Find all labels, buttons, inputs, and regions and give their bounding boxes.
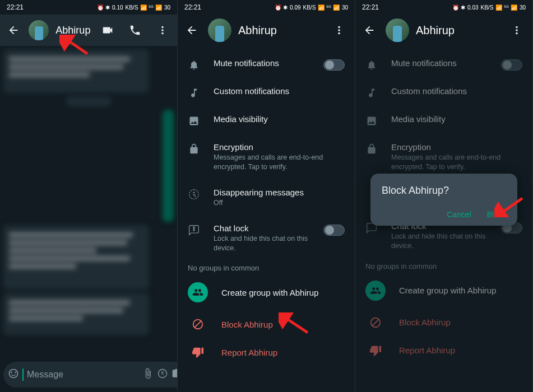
mute-notifications-row[interactable]: Mute notifications bbox=[178, 50, 355, 78]
bell-icon bbox=[365, 58, 378, 71]
contact-avatar[interactable] bbox=[386, 18, 409, 42]
group-icon bbox=[365, 281, 386, 301]
date-chip bbox=[66, 96, 111, 106]
message-incoming[interactable] bbox=[3, 49, 149, 93]
contact-name: Abhirup bbox=[416, 24, 499, 37]
compose-bar: ₹ bbox=[3, 362, 174, 388]
timer-icon bbox=[188, 188, 200, 200]
status-bar: 22:21 ⏰ ✱ 0.03 KB/S 📶 ⁵ᴳ 📶 30 bbox=[355, 0, 532, 15]
emoji-icon[interactable] bbox=[8, 368, 19, 381]
attach-icon[interactable] bbox=[142, 368, 154, 381]
rupee-icon[interactable]: ₹ bbox=[157, 368, 168, 381]
video-call-button[interactable] bbox=[97, 19, 118, 41]
music-note-icon bbox=[365, 86, 378, 99]
block-icon bbox=[192, 318, 204, 330]
dialog-title: Block Abhirup? bbox=[382, 185, 506, 197]
thumbs-down-icon bbox=[369, 344, 382, 357]
message-incoming[interactable] bbox=[3, 293, 149, 335]
chatlock-label: Chat lock bbox=[214, 223, 310, 233]
screen-contact-info: 22:21 ⏰ ✱ 0.09 KB/S 📶 ⁵ᴳ 📶 30 Abhirup Mu… bbox=[178, 0, 355, 392]
lock-icon bbox=[365, 142, 378, 155]
mute-label: Mute notifications bbox=[214, 58, 310, 68]
thumbs-down-icon bbox=[192, 346, 204, 358]
image-icon bbox=[188, 114, 200, 127]
chat-app-bar: Abhirup bbox=[0, 15, 177, 46]
chat-body[interactable] bbox=[0, 46, 177, 360]
custom-notifications-row: Custom notifications bbox=[355, 78, 532, 106]
chat-lock-row[interactable]: Chat lockLock and hide this chat on this… bbox=[178, 216, 355, 261]
status-time: 22:21 bbox=[362, 3, 379, 11]
disappearing-messages-row[interactable]: Disappearing messagesOff bbox=[178, 180, 355, 216]
back-button[interactable] bbox=[360, 19, 379, 41]
custom-label: Custom notifications bbox=[214, 86, 345, 96]
status-icons: ⏰ ✱ 0.03 KB/S 📶 ⁵ᴳ 📶 30 bbox=[452, 4, 526, 11]
voice-call-button[interactable] bbox=[124, 19, 145, 41]
music-note-icon bbox=[188, 86, 200, 99]
back-button[interactable] bbox=[4, 19, 22, 41]
message-outgoing[interactable] bbox=[163, 110, 174, 222]
status-bar: 22:21 ⏰ ✱ 0.09 KB/S 📶 ⁵ᴳ 📶 30 bbox=[178, 0, 355, 15]
settings-list[interactable]: Mute notifications Custom notifications … bbox=[178, 46, 355, 392]
contact-avatar[interactable] bbox=[208, 18, 231, 42]
media-label: Media visibility bbox=[214, 114, 345, 124]
more-menu-button[interactable] bbox=[506, 19, 528, 41]
create-group-row[interactable]: Create group with Abhirup bbox=[178, 274, 355, 310]
encryption-sub: Messages and calls are end-to-end encryp… bbox=[214, 153, 345, 172]
encryption-label: Encryption bbox=[214, 142, 345, 152]
chatlock-toggle[interactable] bbox=[323, 225, 345, 236]
camera-icon[interactable] bbox=[172, 368, 178, 381]
report-label: Report Abhirup bbox=[221, 348, 277, 357]
image-icon bbox=[365, 114, 378, 127]
dialog-cancel-button[interactable]: Cancel bbox=[447, 210, 471, 219]
mute-notifications-row: Mute notifications bbox=[355, 50, 532, 78]
lock-icon bbox=[188, 142, 200, 155]
disappearing-sub: Off bbox=[214, 198, 345, 208]
compose-input-container: ₹ bbox=[3, 362, 178, 388]
contact-avatar[interactable] bbox=[29, 20, 49, 40]
disappearing-label: Disappearing messages bbox=[214, 188, 345, 197]
status-icons: ⏰ ✱ 0.10 KB/S 📶 ⁵ᴳ 📶 30 bbox=[97, 4, 170, 11]
block-label: Block Abhirup bbox=[221, 320, 273, 329]
report-row[interactable]: Report Abhirup bbox=[178, 338, 355, 366]
back-button[interactable] bbox=[182, 19, 201, 41]
mute-toggle[interactable] bbox=[323, 59, 345, 71]
status-icons: ⏰ ✱ 0.09 KB/S 📶 ⁵ᴳ 📶 30 bbox=[275, 4, 348, 11]
dialog-block-button[interactable]: Block bbox=[487, 210, 506, 219]
block-row[interactable]: Block Abhirup bbox=[178, 310, 355, 338]
contact-name[interactable]: Abhirup bbox=[55, 25, 90, 36]
chat-lock-icon bbox=[188, 223, 200, 236]
media-visibility-row[interactable]: Media visibility bbox=[178, 106, 355, 134]
media-visibility-row: Media visibility bbox=[355, 106, 532, 134]
status-time: 22:21 bbox=[184, 3, 201, 11]
info-app-bar: Abhirup bbox=[178, 15, 355, 46]
status-time: 22:21 bbox=[7, 3, 24, 11]
encryption-row[interactable]: EncryptionMessages and calls are end-to-… bbox=[178, 134, 355, 180]
screen-chat: 22:21 ⏰ ✱ 0.10 KB/S 📶 ⁵ᴳ 📶 30 Abhirup bbox=[0, 0, 178, 392]
message-input[interactable] bbox=[27, 370, 139, 380]
create-group-row: Create group with Abhirup bbox=[355, 273, 532, 309]
status-bar: 22:21 ⏰ ✱ 0.10 KB/S 📶 ⁵ᴳ 📶 30 bbox=[0, 0, 177, 15]
info-app-bar: Abhirup bbox=[355, 15, 532, 46]
mute-toggle bbox=[501, 59, 522, 71]
bell-icon bbox=[188, 58, 200, 71]
no-groups-label: No groups in common bbox=[178, 260, 355, 274]
group-icon bbox=[188, 282, 208, 302]
encryption-row: EncryptionMessages and calls are end-to-… bbox=[355, 134, 532, 180]
message-incoming[interactable] bbox=[3, 225, 149, 290]
screen-block-dialog: 22:21 ⏰ ✱ 0.03 KB/S 📶 ⁵ᴳ 📶 30 Abhirup Mu… bbox=[355, 0, 533, 392]
contact-name: Abhirup bbox=[238, 24, 321, 37]
block-icon bbox=[369, 316, 382, 329]
svg-text:₹: ₹ bbox=[161, 371, 164, 376]
more-menu-button[interactable] bbox=[152, 19, 173, 41]
block-row: Block Abhirup bbox=[355, 309, 532, 337]
custom-notifications-row[interactable]: Custom notifications bbox=[178, 78, 355, 106]
text-cursor bbox=[22, 368, 24, 381]
block-dialog: Block Abhirup? Cancel Block bbox=[370, 174, 517, 226]
create-group-label: Create group with Abhirup bbox=[221, 288, 318, 297]
chatlock-sub: Lock and hide this chat on this device. bbox=[214, 234, 310, 253]
more-menu-button[interactable] bbox=[328, 19, 350, 41]
report-row: Report Abhirup bbox=[355, 337, 532, 365]
